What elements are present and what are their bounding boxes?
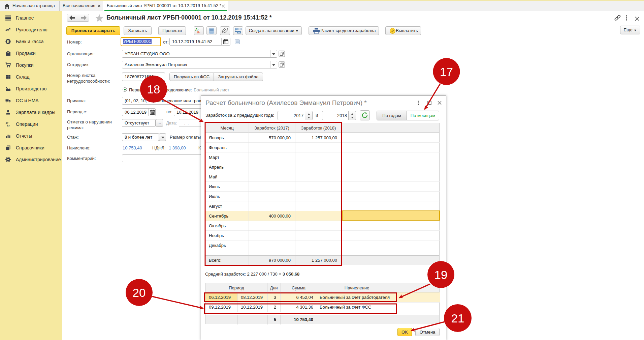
svg-text:₽: ₽ bbox=[391, 29, 394, 33]
svg-text:Кт: Кт bbox=[197, 31, 200, 34]
svg-text:₽: ₽ bbox=[7, 39, 9, 44]
svg-text:Кт: Кт bbox=[7, 124, 10, 126]
